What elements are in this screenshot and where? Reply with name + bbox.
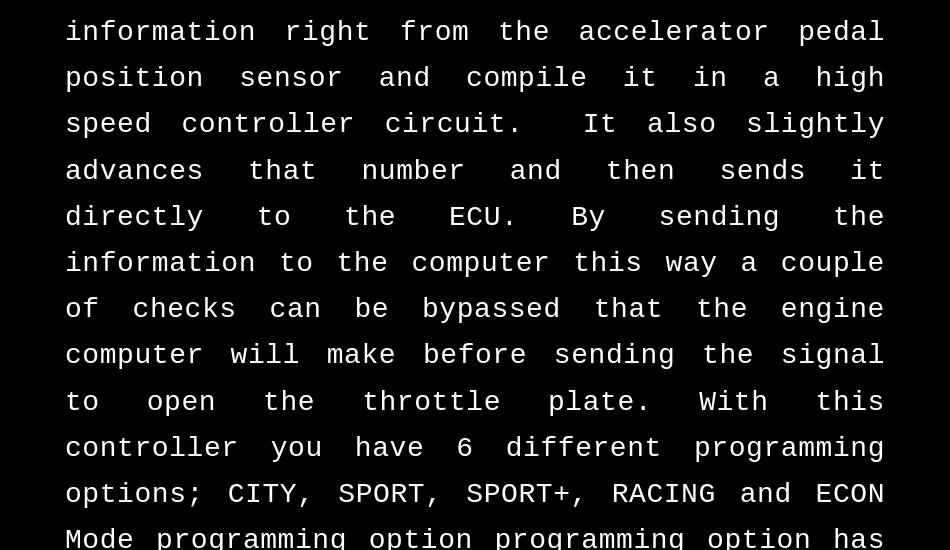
main-content-area: information right from the accelerator p…	[0, 0, 950, 550]
description-paragraph: information right from the accelerator p…	[65, 10, 885, 550]
